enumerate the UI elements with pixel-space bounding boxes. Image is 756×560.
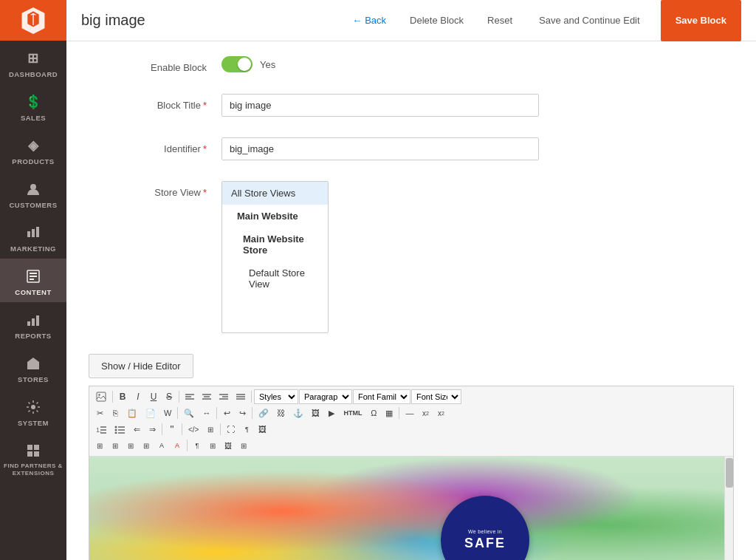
identifier-input[interactable] — [221, 137, 539, 160]
delete-block-button[interactable]: Delete Block — [404, 12, 470, 29]
svg-point-0 — [30, 184, 36, 190]
tb-italic-btn[interactable]: I — [131, 389, 145, 404]
tb-align-right-btn[interactable] — [216, 389, 232, 404]
editor-body[interactable]: We believe in SAFE — [89, 457, 733, 560]
svg-rect-2 — [32, 229, 35, 237]
tb-copy-btn[interactable]: ⎘ — [108, 406, 123, 420]
tb-html-btn[interactable]: HTML — [340, 406, 365, 420]
toolbar-row-1: B I U S — [92, 389, 730, 404]
enable-block-toggle[interactable] — [221, 56, 252, 72]
sidebar-item-content[interactable]: CONTENT — [0, 259, 66, 302]
tb-misc1-btn[interactable]: ⊞ — [92, 438, 107, 453]
identifier-row: Identifier* — [89, 137, 734, 163]
block-title-input[interactable] — [221, 94, 539, 117]
tb-misc8-btn[interactable]: ⊞ — [205, 438, 220, 453]
tb-paste-word-btn[interactable]: W — [160, 406, 175, 420]
store-view-main-website-store[interactable]: Main Website Store — [222, 228, 328, 262]
tb-underline-btn[interactable]: U — [146, 389, 161, 404]
toolbar-sep-1 — [112, 391, 113, 403]
tb-cut-btn[interactable]: ✂ — [92, 406, 107, 420]
tb-fontsize-select[interactable]: Font Size — [411, 389, 461, 404]
tb-misc9-btn[interactable]: 🖼 — [221, 438, 236, 453]
tb-code-btn[interactable]: </> — [185, 422, 202, 437]
tb-image3-btn[interactable]: 🖼 — [255, 422, 270, 437]
tb-misc4-btn[interactable]: ⊞ — [139, 438, 154, 453]
tb-image2-btn[interactable]: 🖼 — [308, 406, 323, 420]
show-hide-editor-button[interactable]: Show / Hide Editor — [89, 354, 193, 378]
store-view-label: Store View* — [89, 181, 221, 198]
tb-blockquote-btn[interactable]: " — [165, 422, 179, 437]
sidebar-item-sales[interactable]: 💲 SALES — [0, 84, 66, 128]
tb-widget-btn[interactable]: ⊞ — [203, 422, 218, 437]
svg-rect-10 — [36, 315, 39, 326]
tb-paragraph-select[interactable]: Paragraph — [299, 389, 352, 404]
tb-img-btn[interactable] — [92, 389, 110, 404]
tb-ol-btn[interactable]: 1. — [92, 422, 110, 437]
tb-indent-btn[interactable]: ⇒ — [145, 422, 159, 437]
tb-media-btn[interactable]: ▶ — [324, 406, 339, 420]
sidebar-item-system[interactable]: SYSTEM — [0, 389, 66, 433]
required-star-title: * — [203, 100, 207, 111]
topbar-actions: ← Back Delete Block Reset Save and Conti… — [346, 0, 741, 41]
back-button[interactable]: ← Back — [346, 12, 392, 29]
products-icon: ◈ — [24, 137, 42, 154]
back-label: Back — [365, 15, 386, 26]
tb-source-btn[interactable]: ¶ — [239, 422, 254, 437]
tb-align-center-btn[interactable] — [199, 389, 215, 404]
tb-find-btn[interactable]: 🔍 — [180, 406, 198, 420]
tb-hr-btn[interactable]: — — [402, 406, 417, 420]
tb-styles-select[interactable]: Styles — [254, 389, 298, 404]
tb-bold-btn[interactable]: B — [115, 389, 130, 404]
tb-anchor-btn[interactable]: ⚓ — [289, 406, 307, 420]
required-star-id: * — [203, 143, 207, 154]
tb-replace-btn[interactable]: ↔ — [199, 406, 214, 420]
sidebar-item-dashboard[interactable]: ⊞ DASHBOARD — [0, 41, 66, 84]
topbar: big image ← Back Delete Block Reset Save… — [66, 0, 756, 41]
tb-paste-btn[interactable]: 📋 — [123, 406, 141, 420]
tb-special-btn[interactable]: Ω — [366, 406, 381, 420]
content-area: Enable Block Yes Block Title* Identifier… — [66, 41, 756, 560]
tb-misc5-btn[interactable]: A — [154, 438, 169, 453]
tb-undo-btn[interactable]: ↩ — [219, 406, 234, 420]
tb-unlink-btn[interactable]: ⛓ — [273, 406, 289, 420]
store-view-dropdown[interactable]: All Store Views Main Website Main Websit… — [221, 181, 329, 333]
tb-redo-btn[interactable]: ↪ — [235, 406, 250, 420]
toolbar-row-2: ✂ ⎘ 📋 📄 W 🔍 ↔ ↩ ↪ 🔗 ⛓ ⚓ 🖼 ▶ — [92, 406, 730, 420]
tb-strikethrough-btn[interactable]: S — [162, 389, 176, 404]
tb-sup-btn[interactable]: x2 — [433, 406, 448, 420]
tb-misc10-btn[interactable]: ⊞ — [236, 438, 251, 453]
sidebar-item-products[interactable]: ◈ PRODUCTS — [0, 128, 66, 171]
tb-paste-text-btn[interactable]: 📄 — [142, 406, 159, 420]
tb-fullscreen-btn[interactable]: ⛶ — [223, 422, 238, 437]
tb-link-btn[interactable]: 🔗 — [255, 406, 272, 420]
sidebar-item-extensions[interactable]: FIND PARTNERS & EXTENSIONS — [0, 433, 66, 482]
magento-logo[interactable] — [0, 0, 66, 41]
sidebar-item-marketing[interactable]: MARKETING — [0, 215, 66, 259]
tb-misc7-btn[interactable]: ¶ — [190, 438, 205, 453]
svg-rect-3 — [36, 227, 39, 237]
tb-align-justify-btn[interactable] — [233, 389, 249, 404]
store-view-all[interactable]: All Store Views — [222, 182, 328, 205]
tb-align-left-btn[interactable] — [182, 389, 198, 404]
svg-rect-14 — [34, 445, 39, 450]
save-continue-button[interactable]: Save and Continue Edit — [530, 12, 649, 29]
tb-misc6-btn[interactable]: A — [170, 438, 185, 453]
tb-ul-btn[interactable] — [111, 422, 128, 437]
svg-rect-11 — [31, 365, 35, 369]
sidebar-item-customers[interactable]: CUSTOMERS — [0, 171, 66, 215]
sidebar-item-reports[interactable]: REPORTS — [0, 302, 66, 346]
sidebar-item-stores[interactable]: STORES — [0, 346, 66, 389]
tb-misc3-btn[interactable]: ⊞ — [123, 438, 138, 453]
editor-toolbar: B I U S — [89, 386, 733, 457]
editor-scrollbar[interactable] — [724, 457, 733, 560]
reset-button[interactable]: Reset — [481, 12, 518, 29]
store-view-main-website[interactable]: Main Website — [222, 205, 328, 228]
tb-table-btn[interactable]: ▦ — [382, 406, 396, 420]
enable-status-label: Yes — [260, 59, 275, 70]
tb-fontfamily-select[interactable]: Font Family — [353, 389, 410, 404]
tb-sub-btn[interactable]: x2 — [418, 406, 433, 420]
tb-outdent-btn[interactable]: ⇐ — [129, 422, 144, 437]
tb-misc2-btn[interactable]: ⊞ — [108, 438, 123, 453]
store-view-default[interactable]: Default Store View — [222, 262, 328, 296]
save-block-button[interactable]: Save Block — [661, 0, 741, 41]
